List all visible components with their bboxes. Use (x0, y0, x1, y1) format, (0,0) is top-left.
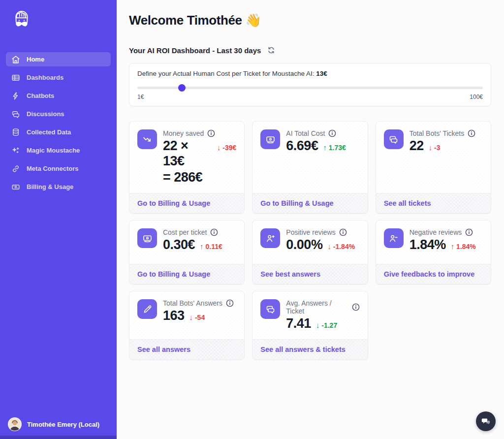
card-value-line2: = 286€ (163, 170, 236, 185)
sidebar-item-chatbots[interactable]: Chatbots (6, 89, 111, 103)
refresh-icon[interactable] (267, 46, 276, 55)
user-name: Timothée Emery (Local) (27, 421, 99, 428)
sidebar-item-label: Dashboards (27, 74, 63, 81)
slider-min-label: 1€ (137, 94, 144, 100)
main-content: Welcome Timothée 👋 Your AI ROI Dashboard… (117, 0, 504, 439)
card-title: Cost per ticket (163, 228, 207, 236)
slider-value-text: 13€ (316, 70, 327, 77)
sidebar-item-label: Chatbots (27, 92, 54, 99)
slider-label: Define your Actual Human Cost per Ticket… (137, 70, 483, 77)
card-delta: ↓ -39€ (217, 143, 236, 152)
sidebar-item-label: Collected Data (27, 128, 71, 136)
card-title: Total Bots' Tickets (410, 129, 465, 137)
sidebar: Home Dashboards Chatbots Discussions Col… (0, 0, 117, 439)
card-title: Positive reviews (286, 228, 335, 236)
banknote-icon (260, 129, 280, 149)
dashboard-subtitle: Your AI ROI Dashboard - Last 30 days (129, 46, 261, 55)
chat-bubbles-icon (260, 299, 280, 319)
info-icon[interactable] (328, 129, 336, 137)
card-money-saved: Money saved 22 × 13€ ↓ -39€ = 286€ Go to… (129, 121, 245, 214)
card-negative-reviews: Negative reviews 1.84% ↑ 1.84% Give feed… (376, 220, 491, 284)
card-positive-reviews: Positive reviews 0.00% ↓ -1.84% See best… (252, 220, 368, 284)
card-value: 7.41 (286, 316, 311, 331)
card-title: Avg. Answers / Ticket (286, 299, 348, 315)
card-cost-per-ticket: Cost per ticket 0.30€ ↑ 0.11€ Go to Bill… (129, 220, 245, 284)
chat-bubbles-icon (384, 129, 404, 149)
trending-down-icon (137, 129, 157, 149)
card-link[interactable]: Go to Billing & Usage (129, 264, 244, 284)
card-delta: ↑ 1.84% (451, 242, 476, 251)
info-icon[interactable] (207, 129, 215, 137)
user-plus-icon (260, 228, 280, 248)
card-link[interactable]: Go to Billing & Usage (129, 193, 244, 213)
card-delta: ↓ -3 (429, 143, 441, 152)
card-link[interactable]: Give feedbacks to improve (376, 264, 491, 284)
chat-widget-button[interactable] (476, 411, 496, 431)
link-icon (11, 164, 20, 173)
home-icon (11, 55, 20, 64)
sidebar-item-collected-data[interactable]: Collected Data (6, 125, 111, 139)
card-value: 163 (163, 308, 185, 323)
info-icon[interactable] (465, 228, 473, 236)
card-link[interactable]: See best answers (252, 264, 367, 284)
sidebar-item-magic-moustache[interactable]: Magic Moustache (6, 143, 111, 157)
card-delta: ↓ -1.27 (316, 321, 337, 329)
moustache-logo-icon[interactable] (9, 7, 34, 35)
database-icon (11, 127, 20, 137)
chat-bubbles-icon (11, 109, 20, 119)
card-value: 0.30€ (163, 237, 195, 252)
card-value: 1.84% (410, 237, 446, 252)
card-title: Negative reviews (410, 228, 462, 236)
card-link[interactable]: See all tickets (376, 193, 491, 213)
pencil-icon (137, 299, 157, 319)
banknote-icon (11, 182, 20, 191)
sidebar-item-meta-connectors[interactable]: Meta Connectors (6, 161, 111, 176)
sidebar-item-label: Meta Connectors (27, 165, 78, 172)
card-delta: ↑ 1.73€ (323, 143, 346, 152)
card-ai-total-cost: AI Total Cost 6.69€ ↑ 1.73€ Go to Billin… (252, 121, 368, 214)
card-value: 6.69€ (286, 138, 318, 154)
card-link[interactable]: Go to Billing & Usage (252, 193, 367, 213)
card-title: AI Total Cost (286, 129, 325, 137)
card-value: 22 × 13€ (163, 138, 212, 169)
page-title: Welcome Timothée 👋 (129, 13, 491, 28)
info-icon[interactable] (468, 129, 475, 137)
sidebar-item-label: Magic Moustache (27, 147, 80, 154)
card-link[interactable]: See all answers (129, 339, 244, 359)
card-title: Money saved (163, 129, 204, 137)
sidebar-item-billing-usage[interactable]: Billing & Usage (6, 180, 111, 194)
sidebar-item-dashboards[interactable]: Dashboards (6, 70, 111, 85)
sidebar-item-label: Billing & Usage (27, 183, 73, 190)
info-icon[interactable] (226, 299, 234, 307)
card-title: Total Bots' Answers (163, 299, 222, 307)
sidebar-item-label: Discussions (27, 110, 64, 118)
card-delta: ↑ 0.11€ (200, 242, 222, 251)
metrics-grid: Money saved 22 × 13€ ↓ -39€ = 286€ Go to… (129, 121, 491, 360)
sidebar-nav: Home Dashboards Chatbots Discussions Col… (0, 52, 117, 194)
user-avatar (8, 417, 22, 431)
banknote-icon (137, 228, 157, 248)
slider-max-label: 100€ (470, 94, 483, 100)
sidebar-item-home[interactable]: Home (6, 52, 111, 66)
human-cost-slider[interactable] (137, 87, 483, 89)
info-icon[interactable] (339, 228, 347, 236)
card-value: 22 (410, 138, 424, 154)
user-minus-icon (384, 228, 404, 248)
card-delta: ↓ -54 (189, 313, 205, 321)
card-delta: ↓ -1.84% (327, 242, 355, 251)
info-icon[interactable] (352, 303, 360, 311)
info-icon[interactable] (210, 228, 218, 236)
dashboards-icon (11, 73, 20, 82)
user-menu[interactable]: Timothée Emery (Local) (8, 417, 99, 431)
sidebar-item-label: Home (27, 56, 44, 63)
card-avg-answers-per-ticket: Avg. Answers / Ticket 7.41 ↓ -1.27 See a… (252, 291, 368, 360)
sparkles-icon (11, 146, 20, 155)
lightning-icon (11, 91, 20, 100)
card-total-bots-tickets: Total Bots' Tickets 22 ↓ -3 See all tick… (376, 121, 491, 214)
card-value: 0.00% (286, 237, 322, 252)
human-cost-panel: Define your Actual Human Cost per Ticket… (129, 63, 491, 106)
card-total-bots-answers: Total Bots' Answers 163 ↓ -54 See all an… (129, 291, 245, 360)
sidebar-item-discussions[interactable]: Discussions (6, 107, 111, 121)
card-link[interactable]: See all answers & tickets (252, 339, 367, 359)
